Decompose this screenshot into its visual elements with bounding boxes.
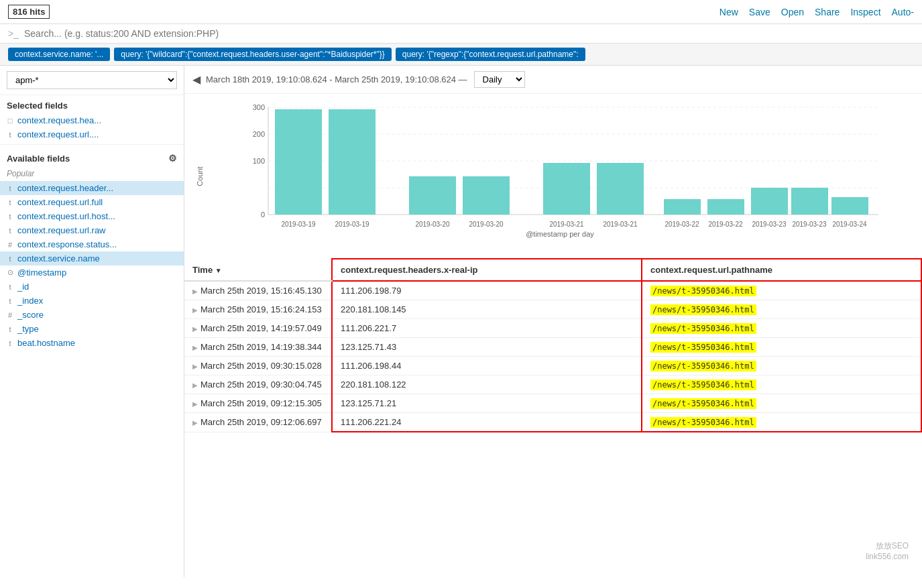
svg-text:2019-03-23: 2019-03-23 <box>752 221 787 228</box>
ip-cell: 220.181.108.122 <box>332 375 642 394</box>
index-select[interactable]: apm-* <box>7 71 177 89</box>
available-field-9[interactable]: # _score <box>0 308 184 322</box>
available-field-6[interactable]: ⊙ @timestamp <box>0 266 184 280</box>
expand-button[interactable]: ▶ <box>192 381 198 389</box>
available-field-5[interactable]: t context.service.name <box>0 251 184 266</box>
selected-fields-label: Selected fields <box>0 95 184 113</box>
filter-bar: context.service.name: '... query: '{"wil… <box>0 44 922 66</box>
svg-text:2019-03-19: 2019-03-19 <box>335 221 369 228</box>
field-name: _id <box>17 282 29 292</box>
expand-button[interactable]: ▶ <box>192 288 198 295</box>
svg-text:2019-03-22: 2019-03-22 <box>708 221 743 228</box>
field-name: context.request.url.full <box>17 197 103 207</box>
url-cell: /news/t-35950346.html <box>642 338 921 357</box>
histogram-chart: 300 200 100 0 <box>218 101 902 235</box>
section-divider <box>0 144 184 145</box>
field-type-icon: ⊙ <box>7 268 13 277</box>
popular-label: Popular <box>0 166 184 181</box>
search-input[interactable] <box>24 28 914 39</box>
filter-chip-1[interactable]: query: '{"wildcard":{"context.request.he… <box>114 48 391 61</box>
time-cell: ▶March 25th 2019, 09:30:04.745 <box>184 375 332 394</box>
field-type-icon: □ <box>7 117 13 125</box>
sidebar: apm-* Selected fields □ context.request.… <box>0 66 184 577</box>
svg-rect-16 <box>664 199 701 215</box>
field-type-icon: t <box>7 131 13 139</box>
table-row: ▶March 25th 2019, 09:30:04.745220.181.10… <box>184 375 921 394</box>
available-field-4[interactable]: # context.response.status... <box>0 237 184 251</box>
table-row: ▶March 25th 2019, 15:16:45.130111.206.19… <box>184 281 921 300</box>
col-header-url: context.request.url.pathname <box>642 259 921 281</box>
field-type-icon: # <box>7 311 13 319</box>
collapse-chart-button[interactable]: ◀ <box>192 73 200 86</box>
field-name: beat.hostname <box>17 338 75 348</box>
expand-button[interactable]: ▶ <box>192 363 198 370</box>
url-cell: /news/t-35950346.html <box>642 281 921 300</box>
interval-select[interactable]: Daily Hourly <box>474 71 525 88</box>
ip-cell: 123.125.71.21 <box>332 394 642 413</box>
expand-button[interactable]: ▶ <box>192 419 198 426</box>
field-name: _score <box>17 310 44 320</box>
field-type-icon: t <box>7 339 13 347</box>
svg-text:2019-03-21: 2019-03-21 <box>603 221 638 228</box>
available-field-8[interactable]: t _index <box>0 294 184 308</box>
field-type-icon: t <box>7 255 13 263</box>
inspect-button[interactable]: Inspect <box>850 7 880 17</box>
available-field-3[interactable]: t context.request.url.raw <box>0 223 184 237</box>
field-type-icon: t <box>7 198 13 207</box>
selected-field-0[interactable]: □ context.request.hea... <box>0 113 184 127</box>
expand-button[interactable]: ▶ <box>192 344 198 351</box>
svg-rect-18 <box>751 188 788 215</box>
col-header-ip: context.request.headers.x-real-ip <box>332 259 642 281</box>
col-header-time: Time ▼ <box>184 259 332 281</box>
svg-text:2019-03-23: 2019-03-23 <box>792 221 827 228</box>
svg-text:2019-03-22: 2019-03-22 <box>665 221 699 228</box>
field-type-icon: # <box>7 241 13 249</box>
svg-rect-14 <box>543 163 590 215</box>
time-cell: ▶March 25th 2019, 09:30:15.028 <box>184 357 332 375</box>
svg-text:2019-03-20: 2019-03-20 <box>469 221 504 228</box>
search-bar: >_ <box>0 24 922 44</box>
ip-cell: 111.206.198.44 <box>332 357 642 375</box>
open-button[interactable]: Open <box>781 7 804 17</box>
expand-button[interactable]: ▶ <box>192 400 198 408</box>
table-row: ▶March 25th 2019, 15:16:24.153220.181.10… <box>184 300 921 319</box>
field-name: context.response.status... <box>17 239 117 249</box>
svg-rect-11 <box>329 109 376 215</box>
filter-chip-0[interactable]: context.service.name: '... <box>8 48 110 61</box>
available-field-1[interactable]: t context.request.url.full <box>0 195 184 209</box>
index-selector: apm-* <box>0 66 184 95</box>
url-cell: /news/t-35950346.html <box>642 375 921 394</box>
expand-button[interactable]: ▶ <box>192 325 198 333</box>
expand-button[interactable]: ▶ <box>192 306 198 314</box>
auto-refresh-button[interactable]: Auto- <box>892 7 914 17</box>
available-field-0[interactable]: t context.request.header... <box>0 181 184 195</box>
share-button[interactable]: Share <box>815 7 840 17</box>
selected-field-1[interactable]: t context.request.url.... <box>0 127 184 141</box>
time-cell: ▶March 25th 2019, 14:19:57.049 <box>184 319 332 338</box>
ip-cell: 111.206.221.24 <box>332 413 642 432</box>
main-layout: apm-* Selected fields □ context.request.… <box>0 66 922 577</box>
field-name: context.request.header... <box>17 183 113 193</box>
new-button[interactable]: New <box>719 7 738 17</box>
field-type-icon: t <box>7 227 13 235</box>
available-field-2[interactable]: t context.request.url.host... <box>0 209 184 223</box>
available-field-10[interactable]: t _type <box>0 322 184 336</box>
field-type-icon: t <box>7 184 13 192</box>
table-row: ▶March 25th 2019, 09:12:06.697111.206.22… <box>184 413 921 432</box>
url-cell: /news/t-35950346.html <box>642 357 921 375</box>
field-type-icon: t <box>7 213 13 221</box>
filter-chip-2[interactable]: query: '{"regexp":{"context.request.url.… <box>396 48 585 61</box>
field-name: context.request.url.... <box>17 129 99 139</box>
time-cell: ▶March 25th 2019, 09:12:15.305 <box>184 394 332 413</box>
top-actions: New Save Open Share Inspect Auto- <box>719 7 914 17</box>
sort-icon[interactable]: ▼ <box>215 267 222 274</box>
ip-cell: 111.206.221.7 <box>332 319 642 338</box>
available-field-11[interactable]: t beat.hostname <box>0 336 184 350</box>
svg-rect-12 <box>409 176 456 215</box>
search-prompt: >_ <box>8 28 19 39</box>
ip-cell: 220.181.108.145 <box>332 300 642 319</box>
svg-text:100: 100 <box>253 157 265 165</box>
save-button[interactable]: Save <box>749 7 770 17</box>
available-field-7[interactable]: t _id <box>0 280 184 294</box>
gear-icon[interactable]: ⚙ <box>168 153 177 164</box>
